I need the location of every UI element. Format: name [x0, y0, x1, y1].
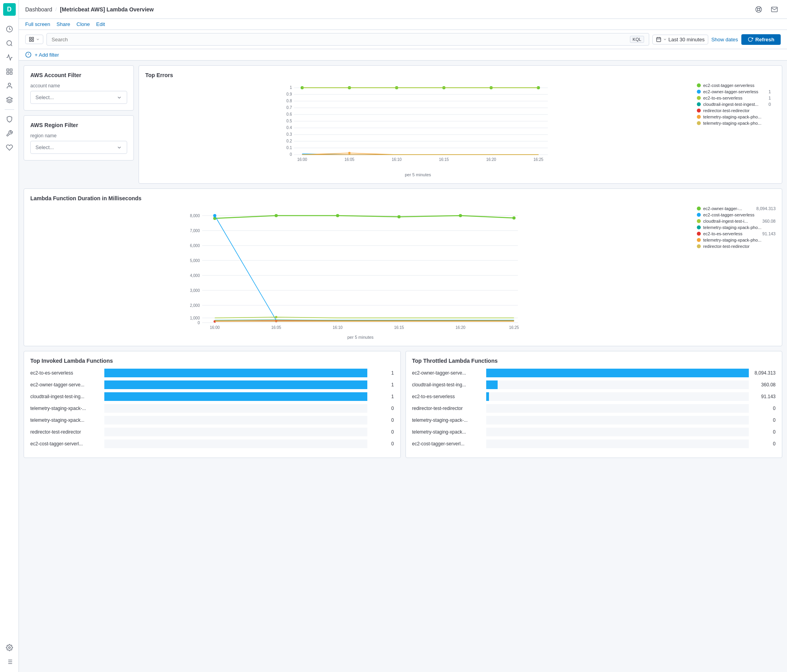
- time-filter-dropdown[interactable]: Last 30 minutes: [652, 35, 708, 44]
- sidebar-item-grid[interactable]: [3, 65, 16, 78]
- bar-label: redirector-test-redirector: [412, 406, 483, 411]
- svg-text:0: 0: [198, 321, 200, 325]
- legend-item: cloudtrail-ingest-test-i... 360.08: [697, 219, 776, 223]
- bar-track: [486, 404, 749, 413]
- kql-badge[interactable]: KQL: [630, 36, 644, 43]
- legend-item: telemetry-staging-xpack-pho...: [697, 121, 776, 126]
- svg-line-2: [11, 44, 12, 46]
- breadcrumb-separator: /: [56, 6, 57, 12]
- bar-row: telemetry-staging-xpack... 0: [412, 428, 776, 436]
- top-invoked-panel: Top Invoked Lambda Functions ec2-to-es-s…: [24, 351, 401, 458]
- svg-text:1,000: 1,000: [190, 316, 200, 320]
- bar-fill: [486, 369, 749, 377]
- top-invoked-bars: ec2-to-es-serverless 1 ec2-owner-tagger-…: [30, 369, 394, 448]
- top-errors-legend: ec2-cost-tagger-serverless ec2-owner-tag…: [697, 83, 776, 177]
- svg-rect-27: [657, 37, 661, 42]
- bar-track: [104, 439, 367, 448]
- svg-text:1: 1: [290, 85, 292, 90]
- bar-track: [486, 428, 749, 436]
- sidebar-item-person[interactable]: [3, 79, 16, 92]
- svg-text:16:20: 16:20: [486, 157, 496, 162]
- bar-track: [104, 380, 367, 389]
- bar-value: 91.143: [752, 394, 776, 399]
- region-name-select[interactable]: Select...: [30, 141, 127, 154]
- sidebar-item-settings[interactable]: [3, 641, 16, 654]
- bar-track: [486, 439, 749, 448]
- bar-row: ec2-cost-tagger-serverl... 0: [412, 439, 776, 448]
- share-link[interactable]: Share: [57, 21, 70, 27]
- svg-text:0.5: 0.5: [287, 119, 292, 123]
- sidebar-item-chart[interactable]: [3, 51, 16, 64]
- add-filter-button[interactable]: + Add filter: [35, 52, 59, 58]
- bar-value: 0: [370, 429, 394, 435]
- legend-label: ec2-owner-tagger-...: [703, 206, 754, 211]
- sidebar-item-list[interactable]: [3, 655, 16, 668]
- mail-icon[interactable]: [768, 3, 781, 16]
- svg-line-18: [757, 7, 758, 8]
- bar-track: [104, 404, 367, 413]
- legend-item: telemetry-staging-xpack-pho...: [697, 238, 776, 242]
- aws-filters-column: AWS Account Filter account name Select..…: [24, 65, 134, 184]
- sidebar-item-heart[interactable]: [3, 141, 16, 154]
- top-errors-xlabel: per 5 minutes: [145, 172, 691, 177]
- bar-fill: [104, 380, 367, 389]
- svg-text:8,000: 8,000: [190, 214, 200, 218]
- aws-account-filter-title: AWS Account Filter: [30, 72, 127, 78]
- top-errors-chart-area: 1 0.9 0.8 0.7 0.6 0.5 0.4 0.3 0.2 0.1 0: [145, 83, 776, 177]
- legend-label: ec2-cost-tagger-serverless: [703, 83, 766, 88]
- svg-line-21: [759, 7, 761, 9]
- top-row: AWS Account Filter account name Select..…: [24, 65, 782, 184]
- svg-text:5,000: 5,000: [190, 258, 200, 263]
- sidebar-logo[interactable]: D: [3, 3, 16, 16]
- lambda-duration-title: Lambda Function Duration in Milliseconds: [30, 195, 776, 201]
- fullscreen-link[interactable]: Full screen: [25, 21, 50, 27]
- legend-item: ec2-owner-tagger-... 8,094.313: [697, 206, 776, 211]
- legend-value: 360.08: [762, 219, 776, 223]
- account-name-select[interactable]: Select...: [30, 91, 127, 104]
- sidebar-item-layers[interactable]: [3, 94, 16, 106]
- edit-link[interactable]: Edit: [96, 21, 105, 27]
- clone-link[interactable]: Clone: [76, 21, 90, 27]
- sidebar-item-clock[interactable]: [3, 23, 16, 35]
- legend-label: redirector-test-redirector: [703, 108, 766, 113]
- svg-rect-24: [32, 37, 33, 39]
- breadcrumb-dashboard[interactable]: Dashboard: [25, 6, 52, 13]
- legend-label: redirector-test-redirector: [703, 244, 766, 249]
- svg-text:16:05: 16:05: [271, 325, 281, 330]
- sidebar-item-tool[interactable]: [3, 127, 16, 140]
- legend-label: telemetry-staging-xpack-pho...: [703, 114, 766, 119]
- bar-label: telemetry-staging-xpack...: [30, 417, 101, 423]
- bar-value: 0: [752, 441, 776, 447]
- svg-point-98: [513, 216, 516, 220]
- filter-type-dropdown[interactable]: [25, 35, 43, 44]
- help-icon[interactable]: [752, 3, 765, 16]
- svg-point-1: [7, 41, 11, 45]
- actionbar: Full screen Share Clone Edit: [19, 19, 787, 30]
- legend-label: ec2-cost-tagger-serverless: [703, 212, 766, 217]
- svg-point-100: [275, 316, 278, 318]
- bar-row: ec2-owner-tagger-serve... 1: [30, 380, 394, 389]
- filter-options-icon[interactable]: [25, 52, 31, 58]
- bar-track: [486, 369, 749, 377]
- bottom-row: Top Invoked Lambda Functions ec2-to-es-s…: [24, 351, 782, 458]
- bar-row: redirector-test-redirector 0: [30, 428, 394, 436]
- svg-text:16:15: 16:15: [394, 325, 404, 330]
- top-errors-title: Top Errors: [145, 72, 776, 78]
- bar-row: telemetry-staging-xpack-... 0: [30, 404, 394, 413]
- region-select-placeholder: Select...: [35, 144, 54, 150]
- show-dates-button[interactable]: Show dates: [711, 37, 738, 42]
- svg-text:6,000: 6,000: [190, 244, 200, 248]
- search-input[interactable]: [52, 37, 627, 42]
- bar-track: [104, 428, 367, 436]
- refresh-button[interactable]: Refresh: [741, 34, 781, 45]
- main-content: Dashboard / [Metricbeat AWS] Lambda Over…: [19, 0, 787, 672]
- bar-label: ec2-cost-tagger-serverl...: [30, 441, 101, 447]
- legend-dot: [697, 238, 701, 242]
- sidebar-item-shield[interactable]: [3, 113, 16, 126]
- lambda-duration-xlabel: per 5 minutes: [30, 335, 691, 340]
- sidebar-item-search[interactable]: [3, 37, 16, 50]
- bar-track: [486, 380, 749, 389]
- svg-line-22: [757, 10, 758, 11]
- legend-item: ec2-to-es-serverless 1: [697, 96, 776, 100]
- bar-label: ec2-owner-tagger-serve...: [412, 370, 483, 376]
